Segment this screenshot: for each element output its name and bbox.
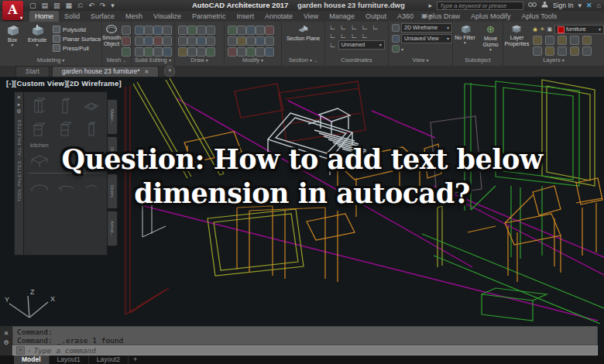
panel-label-draw[interactable]: Draw ▾	[175, 57, 224, 65]
drawing-viewport[interactable]: [-][Custom View][2D Wireframe]	[0, 77, 604, 324]
modify-tool-icon[interactable]	[228, 47, 237, 57]
palette-tab[interactable]: Annot...	[108, 211, 118, 246]
help-home-icon[interactable]: ⌂	[597, 1, 601, 10]
new-drawing-tab-button[interactable]: +	[164, 66, 175, 77]
ribbon-tab[interactable]: A360	[392, 11, 419, 22]
polysolid-button[interactable]: Polysolid	[53, 26, 101, 33]
ucs-icon[interactable]: Y Z X	[2, 285, 63, 322]
ucs-tool-icon[interactable]: ∟	[329, 41, 336, 49]
panel-label-modify[interactable]: Modify ▾	[225, 57, 281, 65]
panel-label-subobject[interactable]: Subobject	[453, 57, 503, 65]
ribbon-tab[interactable]: Surface	[85, 11, 120, 22]
solid-tool-icon[interactable]	[135, 36, 144, 46]
new-layout-button[interactable]: +	[129, 355, 142, 364]
tab-layout1[interactable]: Layout1	[50, 355, 89, 364]
close-icon[interactable]: ✕	[4, 331, 9, 337]
layer-tool-icon[interactable]	[545, 36, 554, 45]
solid-tool-icon[interactable]	[163, 47, 172, 57]
panel-label-mesh[interactable]: Mesh ⌄	[102, 57, 131, 65]
palette-tool[interactable]	[55, 177, 77, 197]
solid-tool-icon[interactable]	[135, 47, 144, 57]
tool-palette-titlebar[interactable]: ✕ ▸ ⚙ TOOL PALETTES - ALL PALETTES	[14, 91, 24, 256]
layer-tool-icon[interactable]	[533, 46, 542, 56]
layer-tool-icon[interactable]	[533, 36, 542, 45]
draw-tool-icon[interactable]	[197, 26, 206, 35]
solid-tool-icon[interactable]	[144, 47, 153, 57]
ucs-tool-icon[interactable]: ∟	[329, 32, 336, 39]
move-gizmo-button[interactable]: ⊕ Move Gizmo ▾	[479, 24, 503, 52]
file-tab-start[interactable]: Start	[15, 66, 50, 77]
layer-dropdown[interactable]: furniture ▾	[554, 25, 604, 34]
layer-tool-icon[interactable]	[582, 36, 592, 45]
mesh-tool-icon[interactable]	[122, 36, 131, 46]
user-icon[interactable]	[541, 1, 548, 10]
sign-in-button[interactable]: Sign In	[553, 2, 573, 9]
modify-tool-icon[interactable]	[256, 26, 265, 35]
palette-tab[interactable]: Details	[108, 136, 118, 172]
panel-label-section[interactable]: Section ▾ ⌄	[282, 57, 324, 65]
palette-tab[interactable]: Doors	[108, 173, 118, 209]
mesh-tool-icon[interactable]	[122, 26, 131, 35]
ucs-tool-icon[interactable]: ∟	[372, 23, 379, 31]
modify-tool-icon[interactable]	[246, 47, 256, 57]
named-view-dropdown[interactable]: Unsaved View ▾	[401, 34, 452, 43]
viewport-config-icon[interactable]	[392, 45, 400, 53]
panel-label-solid-editing[interactable]: Solid Editing ▾	[132, 57, 174, 65]
close-icon[interactable]: ✕	[17, 94, 22, 101]
modify-tool-icon[interactable]	[265, 26, 274, 35]
chevron-down-icon[interactable]: ▾	[401, 46, 403, 52]
draw-tool-icon[interactable]	[206, 36, 215, 46]
ribbon-tab[interactable]: Aplus Modify	[465, 11, 516, 22]
modify-tool-icon[interactable]	[246, 36, 256, 46]
quick-access-icon[interactable]: ▦	[66, 2, 73, 9]
modify-tool-icon[interactable]	[265, 36, 274, 46]
customize-icon[interactable]: ⚙	[3, 340, 9, 346]
no-filter-button[interactable]: No Filter ▾	[453, 24, 477, 45]
modify-tool-icon[interactable]	[265, 47, 274, 57]
chevron-down-icon[interactable]: ▾	[578, 1, 582, 10]
ucs-tool-icon[interactable]: ∟	[329, 23, 336, 31]
solid-tool-icon[interactable]	[135, 26, 144, 35]
ribbon-display-toggle[interactable]: ▣ ▾	[421, 12, 432, 19]
quick-access-icon[interactable]: ▢	[29, 2, 36, 9]
search-icon[interactable]	[528, 1, 537, 10]
press-pull-button[interactable]: Press/Pull	[53, 44, 101, 52]
ribbon-tab[interactable]: Visualize	[148, 11, 187, 22]
layer-tool-icon[interactable]	[545, 46, 554, 56]
layer-tool-icon[interactable]	[570, 36, 579, 45]
solid-tool-icon[interactable]	[153, 36, 163, 46]
ucs-tool-icon[interactable]: ∟	[361, 32, 368, 39]
ucs-tool-icon[interactable]: ∟	[351, 23, 358, 31]
draw-tool-icon[interactable]	[197, 47, 206, 57]
ribbon-tab[interactable]: Parametric	[187, 11, 232, 22]
draw-tool-icon[interactable]	[178, 36, 187, 46]
ucs-tool-icon[interactable]: ∟	[351, 32, 358, 39]
file-tab-drawing[interactable]: garden house 23 furniture* ✕	[52, 66, 160, 77]
layer-tool-icon[interactable]	[558, 36, 567, 45]
draw-tool-icon[interactable]	[187, 26, 197, 35]
modify-tool-icon[interactable]	[237, 47, 246, 57]
close-icon[interactable]: ✕	[145, 67, 149, 77]
ribbon-tab[interactable]: Home	[29, 11, 59, 22]
draw-tool-icon[interactable]	[178, 47, 187, 57]
layer-thaw-icon[interactable]: ☀	[540, 26, 544, 33]
ucs-name-dropdown[interactable]: Unnamed ▾	[338, 40, 385, 50]
tab-layout2[interactable]: Layout2	[89, 355, 129, 364]
panel-label-coordinates[interactable]: Coordinates	[325, 57, 388, 65]
palette-tab[interactable]: Mater...	[108, 99, 118, 135]
panel-label-layers[interactable]: Layers ▾	[503, 57, 604, 65]
draw-tool-icon[interactable]	[197, 36, 206, 46]
layer-on-icon[interactable]: ◉	[533, 26, 537, 33]
palette-tool[interactable]	[29, 96, 50, 116]
solid-tool-icon[interactable]	[153, 47, 163, 57]
search-input[interactable]: Type a keyword or phrase	[437, 2, 523, 10]
command-input[interactable]: > ▾ Type a command	[12, 345, 598, 355]
ribbon-tab[interactable]: Solid	[59, 11, 85, 22]
quick-access-icon[interactable]: ↷	[100, 2, 106, 9]
modify-tool-icon[interactable]	[256, 47, 265, 57]
draw-tool-icon[interactable]	[178, 26, 187, 35]
extrude-button[interactable]: Extrude ▾	[25, 24, 50, 47]
quick-access-icon[interactable]: ⎌	[77, 2, 83, 10]
ribbon-tab[interactable]: Aplus Tools	[516, 11, 563, 22]
panel-label-modeling[interactable]: Modeling ▾	[0, 57, 101, 65]
